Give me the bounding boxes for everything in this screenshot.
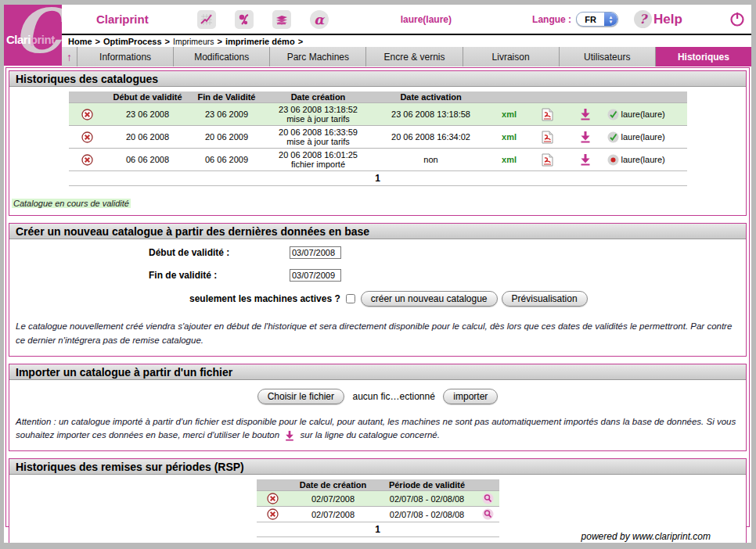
magnifier-icon[interactable] [481,508,496,520]
tab-utilisateurs[interactable]: Utilisateurs [560,47,656,66]
col-fin: Fin de Validité [189,92,265,103]
page-number[interactable]: 1 [375,524,380,535]
tab-historiques[interactable]: Historiques [656,47,751,66]
xml-link[interactable]: xml [502,132,517,142]
logo-wordmark-1: Clari [6,33,31,46]
alpha-icon[interactable]: α [310,10,329,29]
question-mark-icon: ? [634,10,652,28]
delete-icon[interactable] [72,109,103,120]
breadcrumb-optimprocess[interactable]: OptimProcess [103,37,162,46]
activation-cell: 23 06 2008 13:18:58 [373,103,490,126]
pdf-icon[interactable] [532,108,563,121]
magnifier-icon[interactable] [481,493,496,504]
app-title: Clariprint [96,13,149,26]
user-cell: laure(laure) [607,131,684,143]
rsp-periode-cell: 02/07/08 - 02/08/08 [377,491,477,507]
delete-icon[interactable] [260,508,286,520]
breadcrumb-home[interactable]: Home [68,37,92,46]
col-delete [69,92,106,103]
download-to-base-icon[interactable] [570,153,601,166]
preview-button[interactable]: Prévisualisation [502,291,588,307]
choose-file-button[interactable]: Choisir le fichier [257,389,344,404]
pdf-icon[interactable] [532,131,563,144]
delete-icon[interactable] [72,131,103,143]
logo-wordmark: Clariprint [6,33,55,46]
tab-parc-machines[interactable]: Parc Machines [270,47,366,66]
rsp-header-row: Date de création Période de validité [257,479,499,491]
fin-cell: 20 06 2009 [189,126,265,149]
creation-note: mise à jour tarifs [268,137,369,146]
catalogues-header-row: Début de validité Fin de Validité Date c… [69,92,687,103]
section-create-catalogue: Créer un nouveau catalogue à partir des … [9,223,747,357]
tab-bar: ↑ Informations Modifications Parc Machin… [62,47,751,66]
header-right: Clariprint [62,5,751,66]
rsp-creation-cell: 02/07/2008 [290,491,377,507]
pdf-icon[interactable] [532,153,563,167]
create-note: Le catalogue nouvellement créé viendra s… [16,320,740,348]
debut-validite-row: Début de validité : [9,243,746,262]
section-rsp-title: Historiques des remises sur périodes (RS… [9,459,746,475]
section-create-title: Créer un nouveau catalogue à partir des … [9,224,746,239]
fin-validite-input[interactable] [290,269,341,282]
section-import-catalogue: Importer un catalogue à partir d'un fich… [9,364,747,452]
logout-power-button[interactable] [729,12,745,27]
active-check-icon [607,109,619,120]
fin-cell: 23 06 2009 [189,103,265,126]
clariprint-logo[interactable]: C Clariprint [4,5,62,66]
fin-cell: 06 06 2009 [189,149,265,171]
tab-encre-vernis[interactable]: Encre & vernis [366,47,463,66]
machines-actives-checkbox[interactable] [346,294,355,303]
col-creation: Date création [265,92,373,103]
tab-informations[interactable]: Informations [77,47,174,66]
language-control: Langue : FR ▲▼ [532,12,618,27]
tab-livraison[interactable]: Livraison [463,47,560,66]
xml-link[interactable]: xml [502,109,517,119]
workflow-dots-icon[interactable] [235,10,254,29]
chart-icon[interactable] [197,10,216,29]
col-xml [490,92,529,103]
debut-cell: 23 06 2008 [106,103,189,126]
language-label: Langue : [532,14,571,25]
file-status-text: aucun fic…ectionné [352,391,434,402]
catalogue-row: 23 06 2008 23 06 2009 23 06 2008 13:18:5… [69,103,687,126]
creation-date: 23 06 2008 13:18:52 [268,105,369,114]
breadcrumb-separator: > [95,37,100,46]
breadcrumb-separator: > [218,37,222,46]
layers-icon[interactable] [272,10,291,29]
rsp-table: Date de création Période de validité 02/… [257,479,499,522]
help-label: Help [653,12,682,27]
page-number[interactable]: 1 [375,173,380,184]
rsp-periode-cell: 02/07/08 - 02/08/08 [377,507,477,522]
language-select[interactable]: FR ▲▼ [576,12,618,27]
creation-date: 20 06 2008 16:01:25 [268,150,369,160]
create-catalogue-button[interactable]: créer un nouveau catalogue [361,291,498,307]
activation-cell: 20 06 2008 16:34:02 [373,126,490,149]
machines-actives-row: seulement les machines actives ? créer u… [9,289,746,309]
scroll-top-arrow-button[interactable]: ↑ [62,47,77,66]
col-delete [257,479,290,491]
import-button[interactable]: importer [443,389,498,404]
row-user: laure(laure) [621,132,665,142]
download-to-base-icon[interactable] [570,108,601,120]
section-catalogues-title: Historiques des catalogues [9,71,746,87]
delete-icon[interactable] [72,154,103,166]
fin-validite-label: Fin de validité : [149,270,290,281]
inactive-dot-icon [607,154,619,166]
row-user: laure(laure) [621,155,665,164]
creation-cell: 20 06 2008 16:01:25fichier importé [265,149,373,171]
col-view [477,479,499,491]
debut-cell: 06 06 2008 [106,149,189,171]
breadcrumb-current[interactable]: imprimerie démo [225,37,295,46]
help-button[interactable]: ? Help [634,10,682,28]
col-pdf [529,92,567,103]
tab-modifications[interactable]: Modifications [174,47,270,66]
delete-icon[interactable] [260,493,286,504]
breadcrumb-separator: > [298,37,303,46]
breadcrumb-imprimeurs[interactable]: Imprimeurs [173,37,214,46]
debut-cell: 20 06 2008 [106,126,189,149]
rsp-row: 02/07/2008 02/07/08 - 02/08/08 [257,507,499,522]
download-to-base-icon[interactable] [570,131,601,143]
fin-validite-row: Fin de validité : [9,266,746,285]
xml-link[interactable]: xml [502,155,517,164]
debut-validite-input[interactable] [290,246,341,259]
